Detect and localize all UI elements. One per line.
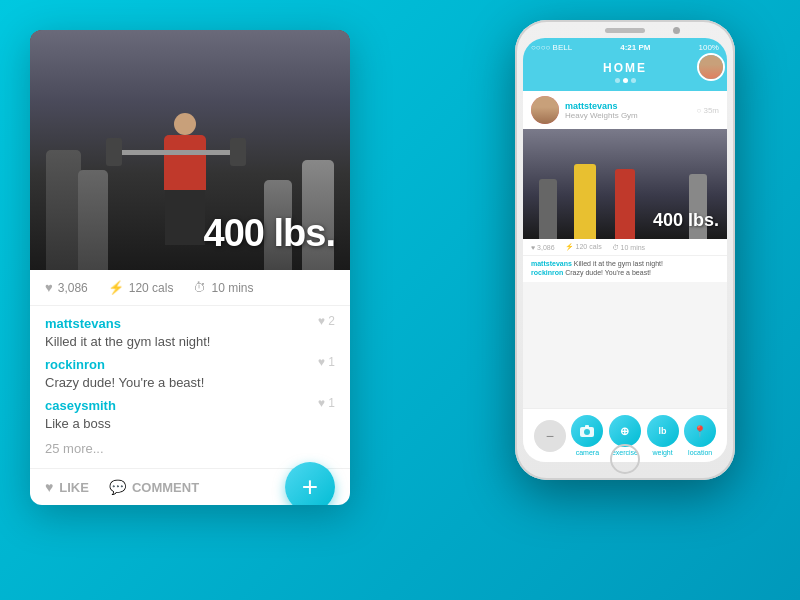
phone-status-bar: ○○○○ BELL 4:21 PM 100% xyxy=(523,38,727,56)
nav-profile-avatar[interactable] xyxy=(697,53,725,81)
phone-calories: ⚡ 120 cals xyxy=(565,243,602,251)
minus-circle: − xyxy=(534,420,566,452)
heart-icon: ♥ xyxy=(45,479,53,495)
phone-location-action[interactable]: 📍 location xyxy=(684,415,716,456)
comment-text-2: Crazy dude! You're a beast! xyxy=(45,375,204,390)
comment-label: COMMENT xyxy=(132,480,199,495)
location-circle: 📍 xyxy=(684,415,716,447)
phone-screen: ○○○○ BELL 4:21 PM 100% HOME xyxy=(523,38,727,462)
post-gym-name: Heavy Weights Gym xyxy=(565,111,690,120)
comment-row: mattstevans Killed it at the gym last ni… xyxy=(45,314,335,350)
nav-dot-2 xyxy=(623,78,628,83)
phone-outer-shell: ○○○○ BELL 4:21 PM 100% HOME xyxy=(515,20,735,480)
calories-count: 120 cals xyxy=(129,281,174,295)
phone-comment-2: rockinron Crazy dude! You're a beast! xyxy=(531,269,719,276)
status-time: 4:21 PM xyxy=(620,43,650,52)
phone-minus-action[interactable]: − xyxy=(534,420,566,452)
nav-dots xyxy=(533,78,717,83)
phone-comment-username-2: rockinron xyxy=(531,269,565,276)
calories-stat: ⚡ 120 cals xyxy=(108,280,174,295)
comment-button[interactable]: 💬 COMMENT xyxy=(109,479,199,495)
phone-comment-text-2: Crazy dude! You're a beast! xyxy=(565,269,651,276)
more-comments-link[interactable]: 25 more... xyxy=(45,437,335,460)
comments-section: mattstevans Killed it at the gym last ni… xyxy=(30,306,350,468)
post-card: 400 lbs. ♥ 3,086 ⚡ 120 cals ⏱ 10 mins ma… xyxy=(30,30,350,505)
phone-comments: mattstevans Killed it at the gym last ni… xyxy=(523,256,727,282)
phone-speaker xyxy=(605,28,645,33)
post-author-info: mattstevans Heavy Weights Gym xyxy=(565,101,690,120)
phone-post-header: mattstevans Heavy Weights Gym ○ 35m xyxy=(523,91,727,129)
post-time: ○ 35m xyxy=(696,106,719,115)
comment-like-2: ♥ 1 xyxy=(318,355,335,369)
post-actions: ♥ LIKE 💬 COMMENT + xyxy=(30,468,350,505)
phone-weight-action[interactable]: lb weight xyxy=(647,415,679,456)
post-image: 400 lbs. xyxy=(30,30,350,270)
comment-row: caseysmith Like a boss ♥ 1 xyxy=(45,396,335,432)
clock-icon: ⏱ xyxy=(193,280,206,295)
comment-username-3: caseysmith xyxy=(45,398,116,413)
nav-title: HOME xyxy=(603,61,647,75)
post-author-username: mattstevans xyxy=(565,101,690,111)
svg-point-1 xyxy=(584,429,590,435)
phone-comment-text: Killed it at the gym last night! xyxy=(574,260,663,267)
comment-row: rockinron Crazy dude! You're a beast! ♥ … xyxy=(45,355,335,391)
post-stats: ♥ 3,086 ⚡ 120 cals ⏱ 10 mins xyxy=(30,270,350,306)
camera-label: camera xyxy=(576,449,599,456)
time-stat: ⏱ 10 mins xyxy=(193,280,253,295)
comment-text-1: Killed it at the gym last night! xyxy=(45,334,210,349)
phone-mockup: ○○○○ BELL 4:21 PM 100% HOME xyxy=(515,20,735,480)
flame-icon: ⚡ xyxy=(108,280,124,295)
comment-like-3: ♥ 1 xyxy=(318,396,335,410)
battery-indicator: 100% xyxy=(699,43,719,52)
fab-add-button[interactable]: + xyxy=(285,462,335,505)
comment-username-1: mattstevans xyxy=(45,316,121,331)
weight-label: weight xyxy=(652,449,672,456)
likes-stat: ♥ 3,086 xyxy=(45,280,88,295)
likes-count: 3,086 xyxy=(58,281,88,295)
exercise-circle: ⊕ xyxy=(609,415,641,447)
plus-icon: + xyxy=(302,471,318,503)
phone-likes: ♥ 3,086 xyxy=(531,244,555,251)
weight-circle: lb xyxy=(647,415,679,447)
comment-text-3: Like a boss xyxy=(45,416,111,431)
time-count: 10 mins xyxy=(211,281,253,295)
svg-rect-2 xyxy=(585,425,589,428)
nav-dot-1 xyxy=(615,78,620,83)
weight-display: 400 lbs. xyxy=(204,212,335,255)
phone-nav-bar: HOME xyxy=(523,56,727,91)
like-button[interactable]: ♥ LIKE xyxy=(45,479,89,495)
phone-time: ⏱ 10 mins xyxy=(612,244,645,251)
phone-camera-action[interactable]: camera xyxy=(571,415,603,456)
comment-bubble-icon: 💬 xyxy=(109,479,126,495)
phone-comment-1: mattstevans Killed it at the gym last ni… xyxy=(531,260,719,267)
comment-like-1: ♥ 2 xyxy=(318,314,335,328)
phone-camera xyxy=(673,27,680,34)
phone-post-image: 400 lbs. xyxy=(523,129,727,239)
camera-circle xyxy=(571,415,603,447)
heart-icon: ♥ xyxy=(45,280,53,295)
phone-comment-username: mattstevans xyxy=(531,260,572,267)
like-label: LIKE xyxy=(59,480,89,495)
comment-username-2: rockinron xyxy=(45,357,105,372)
nav-dot-3 xyxy=(631,78,636,83)
location-label: location xyxy=(688,449,712,456)
phone-post-stats: ♥ 3,086 ⚡ 120 cals ⏱ 10 mins xyxy=(523,239,727,256)
phone-home-button[interactable] xyxy=(610,444,640,474)
signal-indicator: ○○○○ BELL xyxy=(531,43,572,52)
post-author-avatar xyxy=(531,96,559,124)
phone-weight-display: 400 lbs. xyxy=(653,210,719,231)
